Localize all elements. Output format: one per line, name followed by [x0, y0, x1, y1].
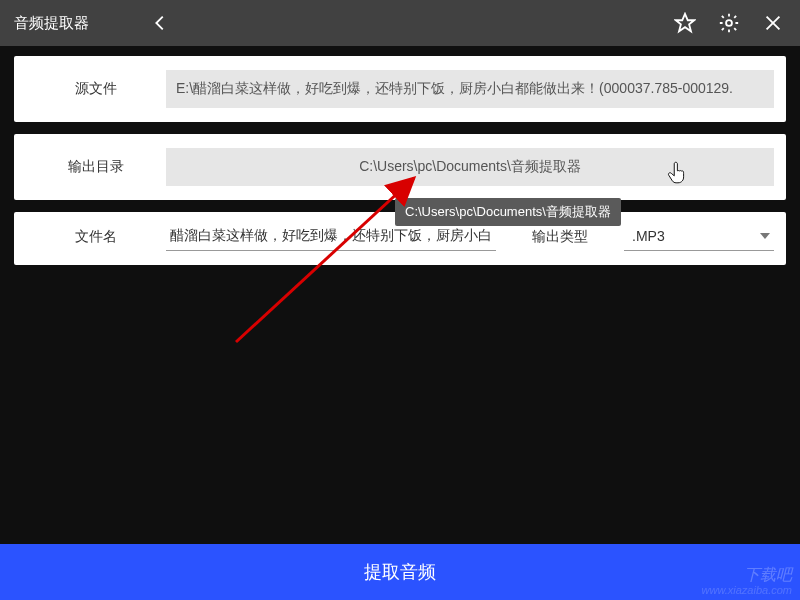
back-button[interactable]	[147, 10, 173, 36]
output-dir-field[interactable]: C:\Users\pc\Documents\音频提取器	[166, 148, 774, 186]
svg-marker-0	[676, 14, 694, 31]
chevron-down-icon	[760, 233, 770, 239]
filename-label: 文件名	[26, 228, 166, 246]
output-type-value: .MP3	[632, 228, 665, 244]
extract-audio-label: 提取音频	[364, 560, 436, 584]
extract-audio-button[interactable]: 提取音频	[0, 544, 800, 600]
output-dir-panel: 输出目录 C:\Users\pc\Documents\音频提取器	[14, 134, 786, 200]
filename-input[interactable]	[166, 222, 496, 251]
star-icon	[674, 12, 696, 34]
output-dir-label: 输出目录	[26, 158, 166, 176]
output-type-label: 输出类型	[520, 228, 600, 246]
close-icon	[762, 12, 784, 34]
app-title: 音频提取器	[14, 14, 89, 33]
svg-point-1	[726, 20, 732, 26]
close-button[interactable]	[760, 10, 786, 36]
output-type-select[interactable]: .MP3	[624, 222, 774, 251]
output-dir-tooltip: C:\Users\pc\Documents\音频提取器	[395, 198, 621, 226]
favorite-button[interactable]	[672, 10, 698, 36]
source-file-field[interactable]: E:\醋溜白菜这样做，好吃到爆，还特别下饭，厨房小白都能做出来！(000037.…	[166, 70, 774, 108]
content-area: 源文件 E:\醋溜白菜这样做，好吃到爆，还特别下饭，厨房小白都能做出来！(000…	[0, 46, 800, 265]
chevron-left-icon	[149, 12, 171, 34]
filename-row: 输出类型 .MP3	[166, 222, 774, 251]
titlebar: 音频提取器	[0, 0, 800, 46]
gear-icon	[718, 12, 740, 34]
source-file-label: 源文件	[26, 80, 166, 98]
settings-button[interactable]	[716, 10, 742, 36]
source-file-panel: 源文件 E:\醋溜白菜这样做，好吃到爆，还特别下饭，厨房小白都能做出来！(000…	[14, 56, 786, 122]
